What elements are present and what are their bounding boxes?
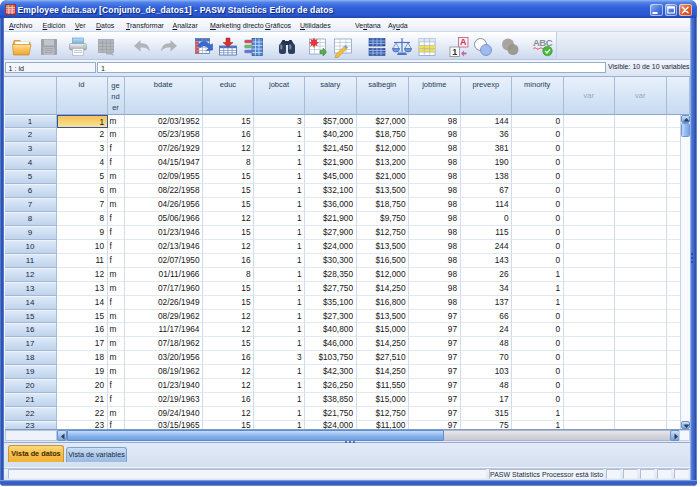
svg-text:ABC: ABC xyxy=(533,37,553,48)
svg-text:1: 1 xyxy=(452,47,457,57)
svg-text:A: A xyxy=(460,37,467,47)
